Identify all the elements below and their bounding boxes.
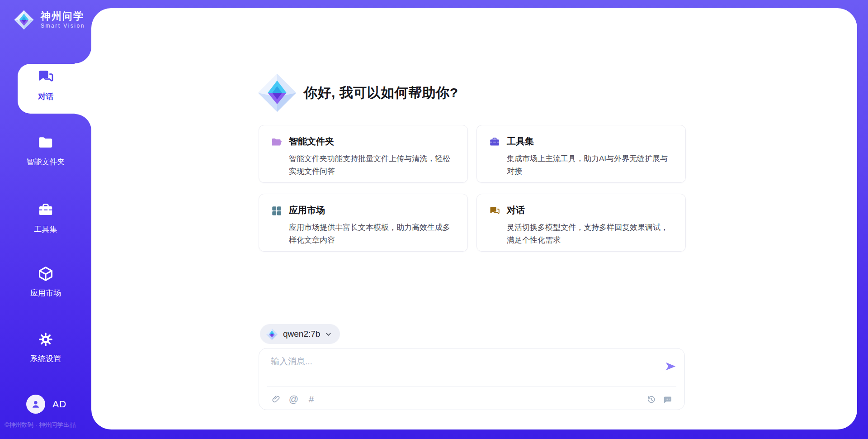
comment-icon[interactable] [662, 394, 673, 405]
cube-icon [37, 265, 54, 284]
model-name: qwen2:7b [283, 329, 320, 339]
sidebar: 神州问学 Smart Vision 对话 智能文件夹 [0, 0, 91, 439]
sidebar-item-label: 工具集 [0, 224, 91, 234]
card-description: 应用市场提供丰富长文本模板，助力高效生成多样化文章内容 [289, 221, 456, 247]
hash-icon[interactable]: # [306, 394, 316, 404]
model-selector[interactable]: qwen2:7b [260, 324, 340, 344]
toolbox-icon [37, 201, 54, 220]
greeting-text: 你好, 我可以如何帮助你? [304, 84, 458, 102]
sidebar-item-label: 应用市场 [0, 288, 91, 298]
user-profile[interactable]: AD [26, 395, 66, 414]
card-description: 集成市场上主流工具，助力AI与外界无缝扩展与对接 [507, 153, 674, 178]
gear-icon [37, 331, 54, 350]
sidebar-item-label: 智能文件夹 [0, 157, 91, 167]
sidebar-item-label: 系统设置 [0, 353, 91, 364]
copyright-footer: ©神州数码 · 神州问学出品 [5, 421, 91, 429]
user-initials: AD [52, 399, 66, 410]
card-toolset[interactable]: 工具集 集成市场上主流工具，助力AI与外界无缝扩展与对接 [476, 125, 686, 183]
sidebar-item-smart-folder[interactable]: 智能文件夹 [0, 134, 91, 167]
folder-open-icon [271, 136, 283, 148]
card-app-market[interactable]: 应用市场 应用市场提供丰富长文本模板，助力高效生成多样化文章内容 [259, 194, 468, 252]
person-icon [30, 398, 42, 410]
sidebar-item-settings[interactable]: 系统设置 [0, 331, 91, 364]
card-description: 灵活切换多模型文件，支持多样回复效果调试，满足个性化需求 [507, 221, 674, 247]
at-icon[interactable]: @ [288, 394, 299, 404]
chevron-down-icon [325, 331, 332, 338]
avatar [26, 395, 45, 414]
sidebar-item-chat[interactable]: 对话 [0, 68, 91, 102]
card-title: 智能文件夹 [289, 135, 334, 148]
send-icon[interactable] [665, 360, 677, 372]
main-content: 你好, 我可以如何帮助你? 智能文件夹 智能文件夹功能支持批量文件上传与清洗，轻… [91, 8, 857, 429]
message-composer: @ # [259, 348, 685, 410]
card-title: 工具集 [507, 135, 534, 148]
composer-divider [267, 386, 676, 387]
card-title: 对话 [507, 204, 525, 216]
sidebar-item-toolset[interactable]: 工具集 [0, 201, 91, 234]
card-title: 应用市场 [289, 204, 325, 216]
chat-bubble-icon [489, 205, 500, 217]
grid-icon [271, 205, 283, 217]
diamond-gem-icon [266, 328, 278, 340]
folder-icon [37, 134, 54, 153]
brand-name: 神州问学 [41, 11, 85, 22]
card-chat[interactable]: 对话 灵活切换多模型文件，支持多样回复效果调试，满足个性化需求 [476, 194, 686, 252]
history-icon[interactable] [646, 394, 656, 405]
brand-subtitle: Smart Vision [41, 23, 85, 29]
paperclip-icon[interactable] [271, 394, 281, 404]
composer-tools-left: @ # [271, 394, 316, 404]
sidebar-item-label: 对话 [0, 91, 91, 102]
message-input[interactable] [271, 356, 651, 381]
greeting-block: 你好, 我可以如何帮助你? [257, 72, 458, 113]
sidebar-item-app-market[interactable]: 应用市场 [0, 265, 91, 298]
diamond-gem-icon [257, 72, 297, 113]
card-description: 智能文件夹功能支持批量文件上传与清洗，轻松实现文件问答 [289, 153, 456, 178]
composer-tools-right [646, 394, 673, 405]
diamond-gem-icon [14, 10, 34, 30]
chat-bubbles-icon [37, 68, 55, 88]
toolbox-icon [489, 136, 500, 148]
brand-logo: 神州问学 Smart Vision [14, 10, 85, 30]
card-smart-folder[interactable]: 智能文件夹 智能文件夹功能支持批量文件上传与清洗，轻松实现文件问答 [259, 125, 468, 183]
feature-cards: 智能文件夹 智能文件夹功能支持批量文件上传与清洗，轻松实现文件问答 工具集 集成… [259, 125, 686, 252]
